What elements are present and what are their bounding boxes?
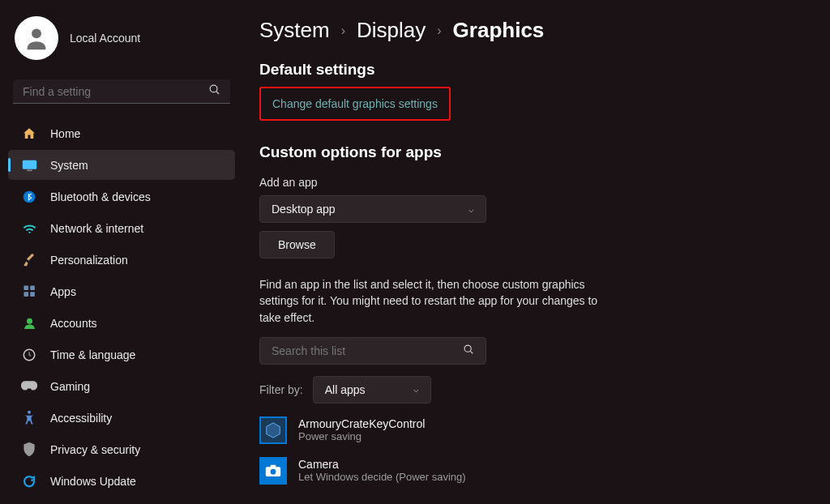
sidebar-item-label: Windows Update <box>50 475 136 488</box>
wifi-icon <box>21 220 37 237</box>
add-app-label: Add an app <box>259 176 798 189</box>
search-icon <box>463 344 474 358</box>
chevron-down-icon: ⌵ <box>413 384 419 395</box>
default-settings-title: Default settings <box>259 61 798 79</box>
home-icon <box>21 126 37 142</box>
brush-icon <box>21 252 37 268</box>
sidebar-item-privacy[interactable]: Privacy & security <box>8 434 235 464</box>
breadcrumb-display[interactable]: Display <box>357 18 426 43</box>
app-list-search[interactable] <box>259 337 486 365</box>
search-icon <box>208 83 220 99</box>
chevron-right-icon: › <box>437 23 441 38</box>
sidebar-item-update[interactable]: Windows Update <box>8 466 235 496</box>
account-name: Local Account <box>70 32 140 45</box>
sidebar-nav: Home System Bluetooth & devices Network … <box>8 118 235 496</box>
svg-marker-15 <box>267 423 280 438</box>
breadcrumb-system[interactable]: System <box>259 18 330 43</box>
svg-point-12 <box>28 411 31 414</box>
svg-line-14 <box>470 351 473 353</box>
filter-label: Filter by: <box>259 383 303 396</box>
app-icon <box>259 416 287 444</box>
help-text: Find an app in the list and select it, t… <box>259 276 616 326</box>
search-settings[interactable] <box>13 79 230 104</box>
accessibility-icon <box>21 410 37 426</box>
sidebar-item-accessibility[interactable]: Accessibility <box>8 403 235 433</box>
svg-point-5 <box>24 190 36 203</box>
sidebar-item-label: Home <box>50 127 80 140</box>
svg-rect-18 <box>271 465 276 468</box>
sidebar-item-personalization[interactable]: Personalization <box>8 245 235 275</box>
clock-icon <box>21 347 37 363</box>
sidebar-item-system[interactable]: System <box>8 150 235 180</box>
browse-button[interactable]: Browse <box>259 231 335 258</box>
custom-options-title: Custom options for apps <box>259 143 798 161</box>
shield-icon <box>21 442 37 458</box>
sidebar-item-label: Network & internet <box>50 222 143 235</box>
sidebar-item-label: Accessibility <box>50 412 112 425</box>
svg-rect-9 <box>30 292 35 297</box>
breadcrumb: System › Display › Graphics <box>259 18 798 43</box>
chevron-right-icon: › <box>341 23 345 38</box>
sidebar-item-label: Time & language <box>50 348 135 361</box>
sidebar-item-bluetooth[interactable]: Bluetooth & devices <box>8 182 235 211</box>
chevron-down-icon: ⌵ <box>468 204 474 215</box>
sidebar-item-label: Bluetooth & devices <box>50 190 151 203</box>
filter-dropdown[interactable]: All apps ⌵ <box>313 376 431 404</box>
svg-point-17 <box>271 469 276 475</box>
app-sub: Power saving <box>298 430 425 442</box>
sidebar-item-time[interactable]: Time & language <box>8 340 235 369</box>
sidebar-item-apps[interactable]: Apps <box>8 276 235 306</box>
sidebar-item-label: Personalization <box>50 254 128 267</box>
sidebar-item-home[interactable]: Home <box>8 118 235 148</box>
svg-rect-8 <box>24 292 28 297</box>
svg-rect-6 <box>24 285 28 290</box>
sidebar-item-label: System <box>50 159 88 172</box>
sidebar-item-accounts[interactable]: Accounts <box>8 308 235 338</box>
account-header[interactable]: Local Account <box>8 16 235 76</box>
svg-rect-7 <box>30 285 35 290</box>
app-type-value: Desktop app <box>272 203 336 216</box>
svg-point-13 <box>464 345 471 352</box>
person-icon <box>23 24 50 52</box>
sidebar-item-label: Gaming <box>50 380 90 393</box>
app-item[interactable]: ArmouryCrateKeyControl Power saving <box>259 416 798 444</box>
search-input[interactable] <box>23 85 208 98</box>
app-info: Camera Let Windows decide (Power saving) <box>298 458 466 483</box>
app-icon <box>259 457 287 485</box>
avatar <box>15 16 58 60</box>
svg-line-2 <box>216 92 219 94</box>
change-default-graphics-link[interactable]: Change default graphics settings <box>272 97 438 110</box>
camera-icon <box>265 464 281 476</box>
app-item[interactable]: Camera Let Windows decide (Power saving) <box>259 457 798 485</box>
person-icon <box>21 315 37 331</box>
app-name: ArmouryCrateKeyControl <box>298 417 425 430</box>
svg-point-10 <box>26 318 32 323</box>
filter-row: Filter by: All apps ⌵ <box>259 376 798 404</box>
sidebar-item-label: Apps <box>50 285 76 298</box>
change-default-graphics-highlight: Change default graphics settings <box>259 87 451 121</box>
bluetooth-icon <box>21 189 37 205</box>
gaming-icon <box>21 378 37 395</box>
apps-icon <box>21 284 37 300</box>
app-info: ArmouryCrateKeyControl Power saving <box>298 417 425 442</box>
main-content: System › Display › Graphics Default sett… <box>243 0 830 504</box>
sidebar-item-label: Accounts <box>50 317 97 330</box>
svg-rect-3 <box>22 160 36 169</box>
app-sub: Let Windows decide (Power saving) <box>298 471 466 483</box>
breadcrumb-graphics: Graphics <box>453 18 545 43</box>
sidebar-item-gaming[interactable]: Gaming <box>8 371 235 401</box>
hexagon-icon <box>264 421 282 439</box>
sidebar-item-network[interactable]: Network & internet <box>8 213 235 243</box>
app-list-search-input[interactable] <box>272 344 463 357</box>
filter-value: All apps <box>325 383 366 396</box>
update-icon <box>21 473 37 489</box>
sidebar-item-label: Privacy & security <box>50 443 140 456</box>
sidebar: Local Account Home System Bluetooth & de… <box>0 0 243 504</box>
system-icon <box>21 157 37 173</box>
svg-point-0 <box>32 28 41 38</box>
app-type-dropdown[interactable]: Desktop app ⌵ <box>259 195 486 223</box>
svg-rect-4 <box>27 169 32 171</box>
app-name: Camera <box>298 458 466 471</box>
svg-point-1 <box>210 85 217 92</box>
